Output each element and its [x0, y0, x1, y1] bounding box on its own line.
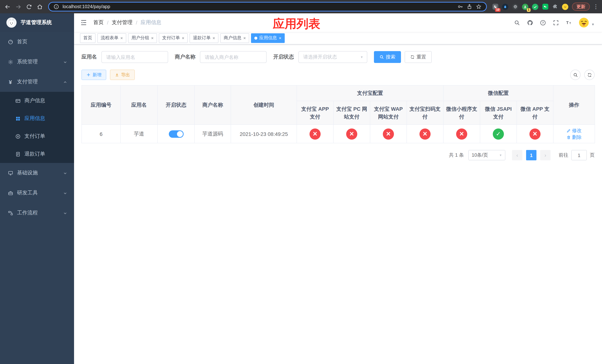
green-square-extension-icon[interactable]	[542, 3, 549, 10]
tab-process-form[interactable]: 流程表单 ×	[97, 33, 126, 43]
share-icon[interactable]	[466, 4, 473, 10]
browser-toolbar: localhost:1024/pay/app 10	[0, 0, 602, 13]
merchant-name-input[interactable]	[200, 51, 267, 63]
emoji-extension-icon[interactable]	[562, 3, 569, 10]
search-button[interactable]: 搜索	[374, 51, 401, 63]
wx-app-status-icon	[529, 128, 540, 139]
browser-menu-icon[interactable]: ⋮	[593, 3, 598, 10]
tab-user-group[interactable]: 用户分组 ×	[128, 33, 157, 43]
wx-lite-status-icon	[456, 128, 467, 139]
sidebar-item-refund-orders[interactable]: 退款订单	[0, 145, 74, 163]
app-logo[interactable]: 芋道管理系统	[0, 13, 74, 32]
password-key-icon[interactable]	[457, 4, 463, 10]
sidebar-item-workflow[interactable]: 工作流程	[0, 203, 74, 223]
sidebar-item-label: 退款订单	[24, 151, 67, 157]
next-page-button[interactable]: ›	[540, 150, 550, 160]
search-form: 应用名 商户名称 开启状态 请选择开启状态 ▼ 搜索	[81, 51, 595, 63]
tab-close-icon[interactable]: ×	[151, 36, 154, 40]
search-icon[interactable]	[514, 19, 520, 26]
tab-merchant-info[interactable]: 商户信息 ×	[220, 33, 249, 43]
cell-app-id: 6	[82, 125, 120, 143]
merchant-name-label: 商户名称	[175, 54, 195, 60]
doc-icon	[15, 151, 21, 157]
fullscreen-icon[interactable]	[552, 19, 559, 26]
user-menu[interactable]: ▼	[578, 17, 595, 28]
column-group-alipay: 支付宝配置	[297, 85, 443, 101]
alipay-qr-status-icon	[419, 128, 430, 139]
site-info-icon[interactable]	[53, 4, 59, 10]
add-button[interactable]: 新增	[81, 70, 106, 80]
sidebar-item-label: 工作流程	[17, 210, 63, 216]
chevron-down-icon	[63, 60, 67, 64]
sidebar-item-payment-orders[interactable]: 支付订单	[0, 127, 74, 145]
status-toggle[interactable]	[169, 130, 183, 138]
drop-extension-icon[interactable]	[502, 3, 509, 10]
globe-extension-icon[interactable]	[512, 3, 519, 10]
page-number-1[interactable]: 1	[526, 150, 537, 160]
app-name-input[interactable]	[101, 51, 168, 63]
sidebar: 芋道管理系统 首页 系统管理 ¥ 支付管理	[0, 13, 74, 364]
profile-extension-icon[interactable]: 1	[522, 3, 529, 10]
url-text[interactable]: localhost:1024/pay/app	[63, 4, 454, 9]
sidebar-item-app-info[interactable]: 应用信息	[0, 110, 74, 127]
pagination-total: 共 1 条	[449, 152, 464, 159]
sliders-extension-icon[interactable]: 10	[492, 3, 499, 10]
tab-close-icon[interactable]: ×	[243, 36, 246, 40]
forward-icon[interactable]	[14, 3, 22, 10]
tab-close-icon[interactable]: ×	[213, 36, 215, 40]
sidebar-item-merchant-info[interactable]: 商户信息	[0, 92, 74, 110]
home-icon[interactable]	[36, 3, 43, 10]
help-icon[interactable]: ?	[539, 19, 546, 26]
sidebar-item-infrastructure[interactable]: 基础设施	[0, 163, 74, 183]
goto-page-input[interactable]	[571, 150, 587, 160]
tab-app-info[interactable]: 应用信息 ×	[251, 33, 285, 43]
yen-icon: ¥	[7, 79, 13, 85]
sidebar-item-dev-tools[interactable]: 研发工具	[0, 183, 74, 203]
dashboard-icon	[7, 39, 13, 45]
sidebar-item-payment[interactable]: ¥ 支付管理	[0, 72, 74, 92]
toggle-search-button[interactable]	[570, 70, 580, 80]
refresh-table-button[interactable]	[584, 70, 595, 80]
address-bar[interactable]: localhost:1024/pay/app	[48, 2, 487, 11]
reload-icon[interactable]	[25, 3, 32, 10]
tab-close-icon[interactable]: ×	[182, 36, 184, 40]
sidebar-item-home[interactable]: 首页	[0, 32, 74, 52]
sidebar-item-label: 基础设施	[17, 170, 63, 176]
export-button[interactable]: 导出	[110, 70, 135, 80]
browser-update-button[interactable]: 更新	[572, 3, 590, 11]
breadcrumb-home[interactable]: 首页	[93, 19, 104, 26]
status-select[interactable]: 请选择开启状态 ▼	[298, 51, 367, 63]
column-header-actions: 操作	[553, 85, 595, 125]
caret-down-icon: ▼	[591, 22, 595, 26]
navbar-actions: ? TT ▼	[514, 17, 595, 28]
check-extension-icon[interactable]	[532, 3, 539, 10]
tab-refund-orders[interactable]: 退款订单 ×	[190, 33, 218, 43]
delete-button[interactable]: 删除	[567, 134, 582, 140]
back-icon[interactable]	[4, 3, 11, 10]
tab-close-icon[interactable]: ×	[120, 36, 123, 40]
reset-button[interactable]: 重置	[405, 51, 432, 63]
tab-payment-orders[interactable]: 支付订单 ×	[159, 33, 188, 43]
tab-close-icon[interactable]: ×	[279, 36, 281, 40]
tab-home[interactable]: 首页	[80, 33, 96, 43]
bookmark-star-icon[interactable]	[476, 4, 482, 10]
breadcrumb-payment[interactable]: 支付管理	[112, 19, 133, 26]
sidebar-toggle-icon[interactable]	[80, 19, 87, 26]
user-avatar	[578, 17, 589, 28]
column-header-merchant: 商户名称	[194, 85, 231, 125]
search-icon	[573, 72, 578, 77]
font-size-icon[interactable]: TT	[565, 19, 572, 26]
cell-merchant: 芋道源码	[194, 125, 231, 143]
page-size-select[interactable]: 10条/页 ▼	[468, 150, 505, 160]
alipay-app-status-icon	[310, 128, 321, 139]
puzzle-extension-icon[interactable]	[552, 3, 559, 10]
prev-page-button[interactable]: ‹	[512, 150, 522, 160]
sidebar-item-system[interactable]: 系统管理	[0, 52, 74, 72]
column-header-alipay-app: 支付宝 APP 支付	[297, 101, 333, 125]
breadcrumb-separator: /	[107, 20, 108, 26]
tab-label: 首页	[83, 35, 92, 41]
github-icon[interactable]	[527, 19, 533, 26]
cell-actions: 修改 删除	[553, 125, 595, 143]
grid-icon	[15, 116, 21, 121]
edit-button[interactable]: 修改	[567, 127, 582, 134]
